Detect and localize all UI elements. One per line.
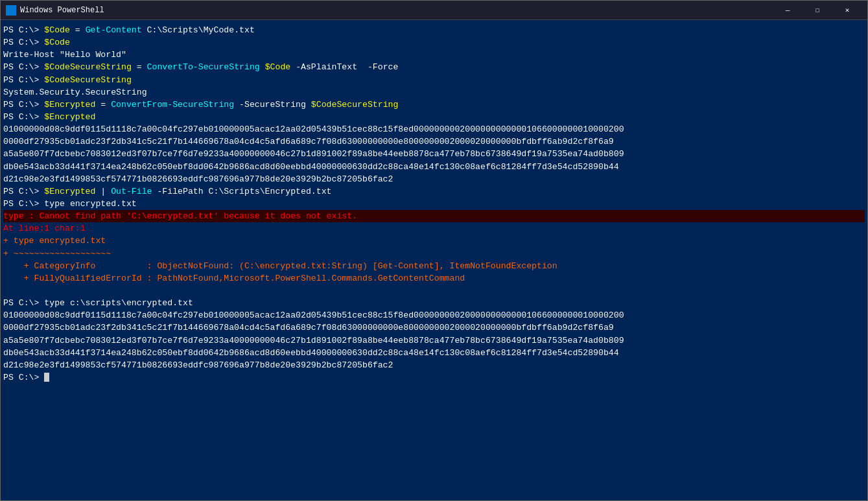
titlebar: Windows PowerShell — ☐ ✕ (1, 1, 867, 20)
maximize-button[interactable]: ☐ (803, 1, 832, 20)
terminal-output[interactable]: PS C:\> $Code = Get-Content C:\Scripts\M… (1, 20, 867, 500)
powershell-icon (6, 5, 16, 16)
minimize-button[interactable]: — (773, 1, 803, 20)
window-title: Windows PowerShell (20, 6, 773, 15)
window: Windows PowerShell — ☐ ✕ PS C:\> $Code =… (0, 0, 868, 501)
window-controls: — ☐ ✕ (773, 1, 862, 20)
close-button[interactable]: ✕ (832, 1, 862, 20)
